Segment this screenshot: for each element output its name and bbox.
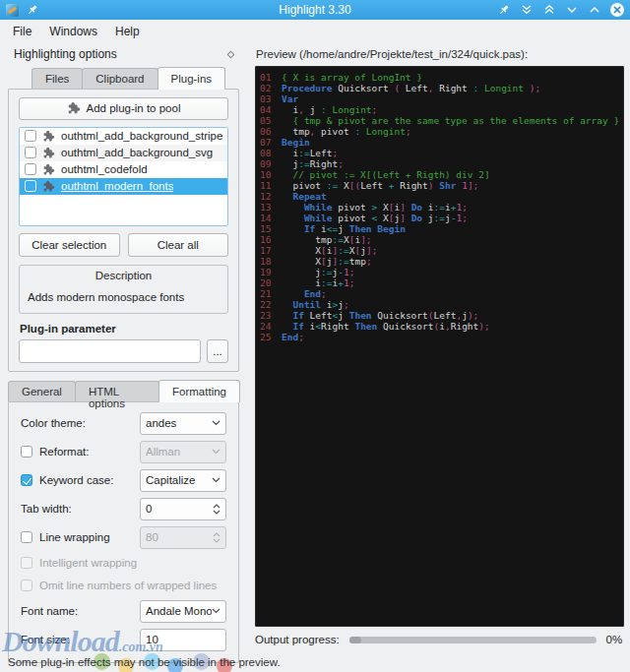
- puzzle-icon: [42, 147, 55, 159]
- plugin-list-item[interactable]: outhtml_add_background_svg: [20, 145, 227, 161]
- plugin-list-item[interactable]: outhtml_add_background_stripes: [20, 128, 227, 145]
- description-text: Adds modern monospace fonts: [28, 291, 220, 303]
- plugin-label: outhtml_add_background_stripes: [61, 130, 222, 142]
- keyword-case-label: Keyword case:: [39, 474, 113, 486]
- code-line: 17 X[i]:=X[j];: [260, 245, 619, 256]
- code-line: 09 j:=Right;: [260, 158, 619, 169]
- spinner-arrows-icon: [213, 532, 220, 543]
- status-text: Some plug-in effects may not be visible …: [8, 656, 281, 668]
- reformat-checkbox[interactable]: [21, 446, 32, 458]
- plugin-list[interactable]: outhtml_add_background_stripesouthtml_ad…: [19, 127, 228, 226]
- color-theme-label: Color theme:: [21, 417, 86, 429]
- menu-file[interactable]: File: [4, 22, 40, 41]
- output-progress-label: Output progress:: [255, 634, 340, 645]
- titlebar[interactable]: Highlight 3.30: [0, 0, 630, 20]
- double-chevron-up-icon[interactable]: [542, 3, 556, 17]
- code-line: 18 X[j]:=tmp;: [260, 256, 619, 267]
- code-line: 02Procedure Quicksort ( Left, Right : Lo…: [260, 83, 619, 93]
- double-chevron-down-icon[interactable]: [520, 3, 534, 17]
- code-line: 01{ X is array of LongInt }: [260, 72, 619, 83]
- menubar: File Windows Help: [0, 20, 630, 43]
- puzzle-icon: [42, 163, 55, 176]
- code-line: 07Begin: [260, 137, 619, 148]
- font-size-input[interactable]: [140, 629, 226, 651]
- tab-general[interactable]: General: [8, 381, 76, 401]
- reformat-select: Allman: [140, 441, 226, 463]
- font-name-select[interactable]: Andale Mono: [140, 600, 226, 623]
- tab-files[interactable]: Files: [32, 68, 83, 89]
- font-name-label: Font name:: [21, 605, 78, 617]
- plugin-parameter-input[interactable]: [19, 339, 201, 363]
- code-line: 12 Repeat: [260, 191, 619, 202]
- maximize-icon[interactable]: [588, 3, 601, 17]
- plugin-checkbox[interactable]: [25, 147, 36, 158]
- plugin-checkbox[interactable]: [25, 180, 36, 192]
- code-line: 08 i:=Left;: [260, 148, 619, 158]
- code-line: 25End;: [260, 332, 619, 342]
- tab-width-spinbox[interactable]: 0: [140, 498, 226, 520]
- code-line: 14 While pivot < X[j] Do j:=j-1;: [260, 213, 619, 223]
- plugins-pane: Add plug-in to pool outhtml_add_backgrou…: [8, 89, 239, 372]
- line-wrapping-checkbox[interactable]: [21, 531, 32, 543]
- pin-icon[interactable]: [497, 3, 511, 17]
- color-theme-select[interactable]: andes: [140, 412, 226, 435]
- code-line: 20 i:=i+1;: [260, 277, 619, 288]
- close-icon[interactable]: [610, 3, 624, 17]
- intelligent-wrapping-label: Intelligent wrapping: [39, 557, 137, 569]
- preview-panel: Preview (/home/andre/Projekte/test_in/32…: [245, 43, 630, 652]
- spinner-arrows-icon[interactable]: [213, 504, 220, 515]
- line-wrapping-spinbox: 80: [140, 526, 226, 549]
- plugin-tabbar: Files Clipboard Plug-ins: [32, 67, 239, 89]
- puzzle-icon: [67, 101, 81, 115]
- browse-button[interactable]: ...: [207, 339, 228, 363]
- menu-help[interactable]: Help: [106, 22, 149, 41]
- code-line: 23 If Left<j Then Quicksort(Left,j);: [260, 310, 619, 321]
- float-diamond-icon[interactable]: [226, 50, 235, 59]
- tab-clipboard[interactable]: Clipboard: [82, 68, 158, 89]
- clear-selection-button[interactable]: Clear selection: [19, 233, 120, 257]
- description-title: Description: [28, 270, 220, 281]
- plugin-label: outhtml_modern_fonts: [61, 180, 173, 192]
- code-line: 03Var: [260, 93, 619, 104]
- plugin-label: outhtml_add_background_svg: [61, 147, 213, 158]
- code-line: 06 tmp, pivot : Longint;: [260, 126, 619, 137]
- menu-windows[interactable]: Windows: [40, 22, 106, 41]
- description-groupbox: Description Adds modern monospace fonts: [19, 265, 228, 314]
- omit-line-numbers-label: Omit line numbers of wrapped lines: [39, 580, 217, 591]
- line-wrapping-label: Line wrapping: [39, 531, 110, 543]
- code-preview[interactable]: 01{ X is array of LongInt }02Procedure Q…: [255, 66, 624, 627]
- code-line: 11 pivot := X[(Left + Right) Shr 1];: [260, 180, 619, 191]
- omit-line-numbers-checkbox: [21, 580, 32, 591]
- code-line: 05 { tmp & pivot are the same type as th…: [260, 115, 619, 126]
- tab-plugins[interactable]: Plug-ins: [158, 67, 226, 90]
- preview-label: Preview (/home/andre/Projekte/test_in/32…: [256, 48, 624, 60]
- dock-title-label: Highlighting options: [14, 47, 117, 61]
- formatting-pane: Color theme: andes Reformat: Allman: [8, 401, 239, 663]
- reformat-label: Reformat:: [39, 446, 90, 458]
- tab-width-label: Tab width:: [21, 503, 72, 515]
- plugin-checkbox[interactable]: [25, 163, 36, 175]
- options-tabbar: General HTML options Formatting: [8, 380, 239, 401]
- code-line: 13 While pivot > X[i] Do i:=i+1;: [260, 202, 619, 213]
- clear-all-button[interactable]: Clear all: [128, 233, 229, 257]
- code-line: 24 If i<Right Then Quicksort(i,Right);: [260, 321, 619, 332]
- tab-html-options[interactable]: HTML options: [75, 381, 159, 401]
- font-size-label: Font size:: [21, 634, 70, 645]
- plugin-list-item[interactable]: outhtml_codefold: [20, 161, 227, 178]
- minimize-icon[interactable]: [565, 3, 579, 17]
- plugin-list-item[interactable]: outhtml_modern_fonts: [20, 178, 227, 195]
- tab-formatting[interactable]: Formatting: [158, 380, 240, 402]
- keyword-case-checkbox[interactable]: [21, 474, 32, 486]
- puzzle-icon: [42, 130, 55, 143]
- plugin-checkbox[interactable]: [25, 130, 36, 142]
- keyword-case-select[interactable]: Capitalize: [140, 469, 226, 492]
- add-plugin-label: Add plug-in to pool: [87, 102, 181, 114]
- code-line: 16 tmp:=X[i];: [260, 234, 619, 245]
- code-line: 10 // pivot := X[(Left + Rigth) div 2]: [260, 169, 619, 180]
- code-line: 21 End;: [260, 288, 619, 299]
- code-line: 04 i, j : Longint;: [260, 104, 619, 115]
- output-progress-value: 0%: [606, 634, 623, 645]
- add-plugin-button[interactable]: Add plug-in to pool: [19, 97, 228, 120]
- options-panel: Highlighting options Files Clipboard Plu…: [0, 43, 245, 652]
- intelligent-wrapping-checkbox: [21, 557, 32, 569]
